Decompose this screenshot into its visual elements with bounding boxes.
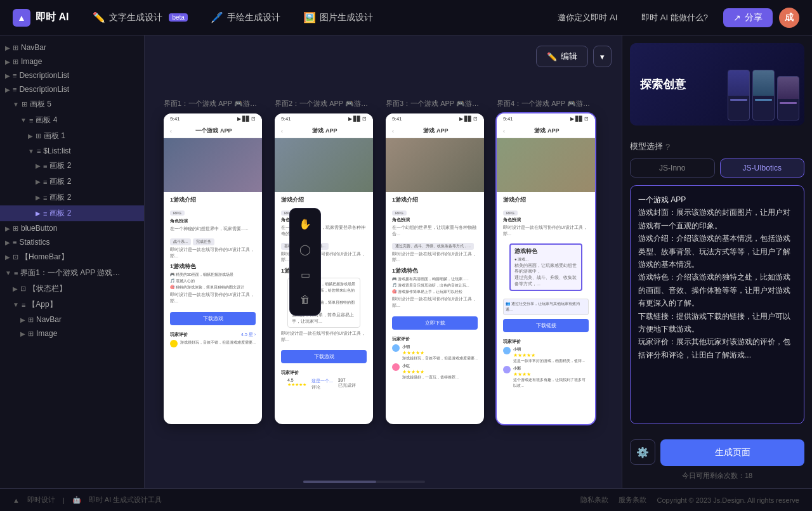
sidebar-item-statusbar[interactable]: ▶ ⊡ 【状态栏】 (0, 281, 144, 297)
edit-dropdown-button[interactable]: ▾ (593, 46, 612, 67)
canvas-scrollbar[interactable] (303, 481, 425, 483)
mini-phone-3 (777, 76, 799, 120)
img-gen-label: 图片生成设计 (320, 12, 373, 23)
phone-status-bar-1: 9:41▶ ▊▊ ⊡ (164, 113, 262, 124)
edit-label: 编辑 (561, 51, 577, 62)
settings-button[interactable]: ⚙️ (630, 439, 655, 465)
arrow-icon: ▶ (36, 210, 41, 217)
bottombar-text2: 🤖 (72, 496, 81, 504)
phone-hero-2 (275, 138, 373, 192)
draw-gen-label: 手绘生成设计 (227, 12, 280, 23)
edit-button[interactable]: ✏️ 编辑 (536, 46, 588, 67)
arrow-icon: ▶ (5, 58, 10, 65)
list-icon: ≡ (22, 301, 25, 309)
list-icon: ≡ (37, 147, 41, 155)
sidebar-item-image-app[interactable]: ▶ ⊞ Image (0, 327, 144, 340)
sidebar-item-image-1[interactable]: ▶ ⊞ Image (0, 55, 144, 68)
sidebar-item-board2d-selected[interactable]: ▶ ≡ 画板 2 (0, 205, 144, 221)
canvas-content[interactable]: 界面1：一个游戏 APP 🎮游戏... 9:41▶ ▊▊ ⊡ ‹ 一个游戏 AP… (145, 36, 622, 488)
user-avatar[interactable]: 成 (779, 8, 799, 28)
model-label-text: 模型选择 (630, 141, 663, 152)
frame-4-column: 界面4：一个游戏 APP 🎮游戏... 9:41▶ ▊▊ ⊡ ‹ 游戏 APP … (497, 99, 595, 469)
privacy-link[interactable]: 隐私条款 (580, 495, 608, 505)
cursor-tool[interactable]: ✋ (295, 214, 315, 234)
sidebar-item-statistics[interactable]: ▶ ≡ Statistics (0, 235, 144, 249)
logo-icon: ▲ (13, 9, 30, 27)
sidebar-item-navbar-1[interactable]: ▶ ⊞ NavBar (0, 41, 144, 55)
sidebar-item-label: DescriptionList (19, 71, 69, 80)
service-link[interactable]: 服务条款 (619, 495, 646, 505)
phone-intro-3: 1游戏介绍 RPG 角色扮演 在一个幻想的世界里，让玩家重与各种物融合... 通… (386, 192, 484, 267)
text-gen-button[interactable]: ✏️ 文字生成设计 beta (84, 8, 196, 27)
sidebar-item-navbar-app[interactable]: ▶ ⊞ NavBar (0, 313, 144, 327)
sidebar-item-scene1[interactable]: ▼ ≡ 界面1：一个游戏 APP 游戏封... (0, 265, 144, 281)
prompt-title: 一个游戏 APP (638, 195, 686, 204)
frame-1-column: 界面1：一个游戏 APP 🎮游戏... 9:41▶ ▊▊ ⊡ ‹ 一个游戏 AP… (164, 99, 262, 469)
bottombar-logo: ▲ (13, 496, 20, 504)
generate-row: ⚙️ 生成页面 (630, 439, 804, 466)
prompt-text: 一个游戏 APP 游戏封面：展示该游戏的封面图片，让用户对游戏有一个直观的印象。… (638, 193, 796, 361)
phone-frame-4[interactable]: 9:41▶ ▊▊ ⊡ ‹ 游戏 APP 游戏介绍 RPG 角色扮演 即时设计是一… (497, 113, 595, 424)
sidebar-item-board2b[interactable]: ▶ ≡ 画板 2 (0, 174, 144, 190)
draw-gen-button[interactable]: 🖊️ 手绘生成设计 (202, 8, 289, 27)
sidebar-item-desclist-1[interactable]: ▶ ≡ DescriptionList (0, 68, 144, 82)
sidebar-item-homebar[interactable]: ▶ ⊡ 【HomeBar】 (0, 249, 144, 265)
canvas-toolbar: ✏️ 编辑 ▾ (536, 46, 612, 67)
sidebar-item-listlist[interactable]: ▼ ≡ $List:list (0, 144, 144, 158)
model-tab-uibotics[interactable]: JS-UIbotics (720, 158, 805, 178)
list-icon: ≡ (43, 178, 47, 186)
circle-tool[interactable]: ◯ (295, 239, 315, 259)
phone-nav-3: ‹ 游戏 APP (386, 124, 484, 138)
sidebar-item-board1[interactable]: ▶ ⊞ 画板 1 (0, 128, 144, 144)
arrow-icon: ▶ (5, 239, 10, 246)
arrow-icon: ▶ (13, 285, 18, 292)
sidebar-item-desclist-2[interactable]: ▶ ≡ DescriptionList (0, 82, 144, 96)
nav-right-area: 邀你定义即时 AI 即时 AI 能做什么? ↗ 分享 成 (549, 8, 799, 28)
arrow-icon: ▼ (5, 269, 11, 276)
capability-btn[interactable]: 即时 AI 能做什么? (632, 8, 717, 27)
edit-icon: ✏️ (547, 52, 557, 61)
sidebar-item-board5[interactable]: ▼ ⊞ 画板 5 (0, 96, 144, 112)
explore-text: 探索创意 (640, 77, 686, 92)
main-layout: ▶ ⊞ NavBar ▶ ⊞ Image ▶ ≡ DescriptionList… (0, 36, 812, 488)
phone-hero-3 (386, 138, 484, 192)
img-gen-button[interactable]: 🖼️ 图片生成设计 (294, 8, 382, 27)
sidebar-item-label: 【状态栏】 (29, 283, 67, 294)
sidebar-item-board2c[interactable]: ▶ ≡ 画板 2 (0, 190, 144, 205)
phone-frame-3[interactable]: 9:41▶ ▊▊ ⊡ ‹ 游戏 APP 1游戏介绍 RPG 角色扮演 在一个幻想… (386, 113, 484, 424)
beta-badge: beta (169, 13, 187, 22)
remaining-info: 今日可用剩余次数：18 (630, 471, 804, 481)
sidebar-item-label: Image (21, 57, 42, 66)
sidebar-item-board2a[interactable]: ▶ ≡ 画板 2 (0, 158, 144, 174)
logo-text: 即时 AI (36, 11, 69, 24)
sidebar-item-bluebtn[interactable]: ▶ ⊞ blueButton (0, 221, 144, 235)
define-btn[interactable]: 邀你定义即时 AI (549, 8, 626, 27)
prompt-section[interactable]: 一个游戏 APP 游戏封面：展示该游戏的封面图片，让用户对游戏有一个直观的印象。… (630, 185, 804, 424)
arrow-icon: ▶ (20, 316, 25, 323)
phone-download-4[interactable]: 下载链接 (503, 319, 589, 332)
help-icon: ? (665, 142, 670, 152)
phone-download-3[interactable]: 立即下载 (392, 316, 478, 330)
sidebar-item-app[interactable]: ▼ ≡ 【App】 (0, 297, 144, 313)
rectangle-tool[interactable]: ▭ (295, 264, 315, 285)
list-icon: ≡ (13, 86, 16, 93)
phone-download-1[interactable]: 下载游戏 (170, 312, 256, 325)
frame-3-label: 界面3：一个游戏 APP 🎮游戏... (386, 99, 484, 108)
generate-page-button[interactable]: 生成页面 (660, 439, 804, 466)
phone-features-4: 游戏特色 ● 游戏... 精美的画面，让玩家感受幻想世界的游戏中， 通过完美、战… (497, 243, 595, 297)
group-icon: ⊞ (28, 330, 34, 338)
app-logo[interactable]: ▲ 即时 AI (13, 9, 69, 27)
delete-tool[interactable]: 🗑 (295, 290, 315, 310)
phone-review-2: 玩家评价 4.5★★★★★ 这是一个...评论 397已完成评 (275, 367, 373, 393)
arrow-icon: ▶ (28, 133, 33, 139)
bottombar-left: ▲ 即时设计 | 🤖 即时 AI 生成式设计工具 (13, 495, 162, 505)
phone-download-2[interactable]: 下载游戏 (281, 350, 367, 363)
frame-3-column: 界面3：一个游戏 APP 🎮游戏... 9:41▶ ▊▊ ⊡ ‹ 游戏 APP … (386, 99, 484, 469)
phone-frame-1[interactable]: 9:41▶ ▊▊ ⊡ ‹ 一个游戏 APP 1游戏介绍 RPG 角色扮演 在一个… (164, 113, 262, 424)
arrow-icon: ▼ (20, 117, 27, 124)
sidebar-item-board4[interactable]: ▼ ≡ 画板 4 (0, 112, 144, 128)
model-tab-inno[interactable]: JS-Inno (630, 158, 715, 178)
text-gen-icon: ✏️ (93, 11, 105, 23)
share-button[interactable]: ↗ 分享 (723, 8, 773, 27)
list-icon: ≡ (13, 72, 16, 79)
